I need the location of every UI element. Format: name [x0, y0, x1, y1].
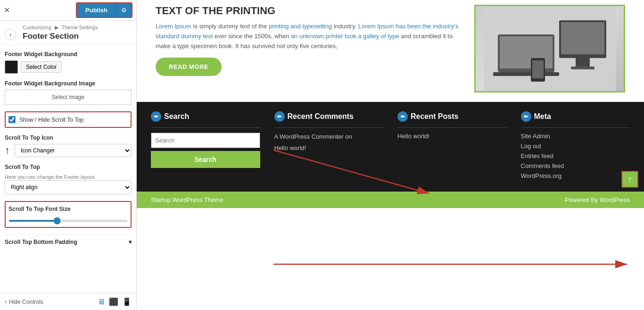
meta-divider [521, 127, 630, 128]
recent-comment-item-2: Hello world! [274, 144, 384, 152]
meta-title: ✏ Meta [521, 111, 630, 122]
top-bar: ✕ Publish ⚙ [0, 0, 136, 21]
select-image-button[interactable]: Select image [5, 90, 132, 105]
font-size-slider[interactable] [8, 220, 128, 222]
scroll-font-size-group: Scroll To Top Font Size [5, 201, 132, 228]
device-icons: 🖥 ⬛ 📱 [98, 297, 132, 306]
image-placeholder [476, 6, 624, 91]
publish-area: Publish ⚙ [76, 2, 132, 18]
recent-comments-title: ✏ Recent Comments [274, 111, 384, 122]
meta-entries-feed[interactable]: Entries feed [521, 152, 630, 159]
right-preview-area: TEXT OF THE PRINTING Lorem Ipsum is simp… [137, 0, 644, 310]
hide-controls-button[interactable]: ‹ Hide Controls [5, 299, 43, 305]
article-section: TEXT OF THE PRINTING Lorem Ipsum is simp… [137, 0, 644, 102]
posts-divider [397, 127, 507, 128]
slider-wrapper [8, 216, 128, 223]
show-hide-scroll-checkbox-row: Show / Hide Scroll To Top [5, 111, 132, 128]
scroll-top-button[interactable]: ↑ [621, 171, 638, 188]
scroll-to-top-icon-label: Scroll To Top Icon [5, 134, 132, 141]
arrow-up-icon: ↑ [5, 144, 10, 157]
svg-rect-5 [561, 22, 604, 54]
footer-bg-label: Footer Widget Background [5, 51, 132, 58]
footer-bg-image-label: Footer Widget Background Image [5, 80, 132, 87]
search-submit-button[interactable]: Search [151, 151, 260, 168]
search-divider [151, 127, 260, 128]
recent-posts-icon: ✏ [397, 111, 408, 122]
footer-dark: ✏ Search Search ✏ Recent Comments A Word… [137, 102, 644, 192]
tablet-icon[interactable]: ⬛ [109, 297, 118, 306]
scroll-bottom-padding-row[interactable]: Scroll Top Bottom Padding ▾ [5, 235, 132, 249]
search-widget-icon: ✏ [151, 111, 161, 122]
recent-post-item-1: Hello world! [397, 133, 507, 140]
recent-comment-item-1: A WordPress Commenter on [274, 133, 384, 141]
show-hide-scroll-checkbox[interactable] [8, 116, 16, 123]
meta-site-admin[interactable]: Site Admin [521, 133, 630, 140]
footer-green-bar: Startup WordPress Theme Powered By WordP… [137, 192, 644, 208]
close-button[interactable]: ✕ [4, 6, 10, 15]
meta-log-out[interactable]: Log out [521, 142, 630, 150]
footer-widget-background-field: Footer Widget Background Select Color [5, 51, 132, 74]
gear-button[interactable]: ⚙ [116, 3, 132, 17]
comments-divider [274, 127, 384, 128]
footer-left-text: Startup WordPress Theme [151, 196, 223, 203]
scroll-to-top-label: Scroll To Top [5, 164, 132, 170]
article-text: TEXT OF THE PRINTING Lorem Ipsum is simp… [156, 5, 460, 92]
scroll-to-top-sublabel: Here you can change the Footer layout. [5, 174, 96, 180]
footer-right-text: Powered By WordPress [565, 196, 630, 203]
meta-icon: ✏ [521, 111, 531, 122]
read-more-button[interactable]: READ MORE [156, 58, 222, 76]
footer-widget-bg-image-field: Footer Widget Background Image Select im… [5, 80, 132, 105]
recent-posts-title: ✏ Recent Posts [397, 111, 507, 122]
search-widget: ✏ Search Search [151, 111, 260, 182]
left-panel: ✕ Publish ⚙ ‹ Customizing ▶ Theme Settin… [0, 0, 137, 310]
right-align-select[interactable]: Right align [5, 180, 132, 194]
publish-button[interactable]: Publish [77, 3, 116, 17]
svg-rect-7 [571, 67, 594, 69]
search-input[interactable] [151, 133, 260, 148]
back-button[interactable]: ‹ [5, 29, 16, 40]
article-image [474, 5, 625, 92]
chevron-down-icon: ▾ [129, 239, 132, 245]
article-title: TEXT OF THE PRINTING [156, 5, 460, 17]
svg-rect-6 [576, 58, 590, 67]
breadcrumb: Customizing ▶ Theme Settings Footer Sect… [23, 25, 98, 44]
meta-comments-feed[interactable]: Comments feed [521, 162, 630, 169]
font-size-label: Scroll To Top Font Size [8, 206, 128, 212]
section-title: Footer Section [23, 31, 98, 44]
svg-rect-9 [532, 60, 544, 78]
show-hide-scroll-label: Show / Hide Scroll To Top [19, 117, 83, 123]
hide-controls-label: Hide Controls [9, 299, 43, 305]
svg-rect-3 [493, 72, 559, 76]
recent-comments-icon: ✏ [274, 111, 285, 122]
icon-changer-select[interactable]: Icon Changer [15, 144, 132, 157]
select-color-button[interactable]: Select Color [21, 61, 62, 73]
recent-posts-widget: ✏ Recent Posts Hello world! [397, 111, 507, 182]
search-widget-title: ✏ Search [151, 111, 260, 122]
bottom-bar: ‹ Hide Controls 🖥 ⬛ 📱 [0, 293, 136, 310]
desktop-icon[interactable]: 🖥 [98, 298, 105, 306]
color-swatch [5, 60, 18, 74]
scroll-bottom-padding-label: Scroll Top Bottom Padding [5, 239, 77, 245]
icon-row: ↑ Icon Changer [5, 144, 132, 157]
meta-widget: ✏ Meta Site Admin Log out Entries feed C… [521, 111, 630, 182]
meta-wordpress-org[interactable]: WordPress.org [521, 172, 630, 179]
color-row: Select Color [5, 60, 132, 74]
chevron-left-icon: ‹ [5, 299, 7, 305]
scroll-to-top-icon-field: Scroll To Top Icon ↑ Icon Changer [5, 134, 132, 157]
article-body: Lorem Ipsum is simply dummy text of the … [156, 22, 460, 51]
recent-comments-widget: ✏ Recent Comments A WordPress Commenter … [274, 111, 384, 182]
scroll-to-top-field: Scroll To Top Here you can change the Fo… [5, 164, 132, 194]
mobile-icon[interactable]: 📱 [122, 297, 132, 306]
panel-content: Footer Widget Background Select Color Fo… [0, 45, 136, 293]
